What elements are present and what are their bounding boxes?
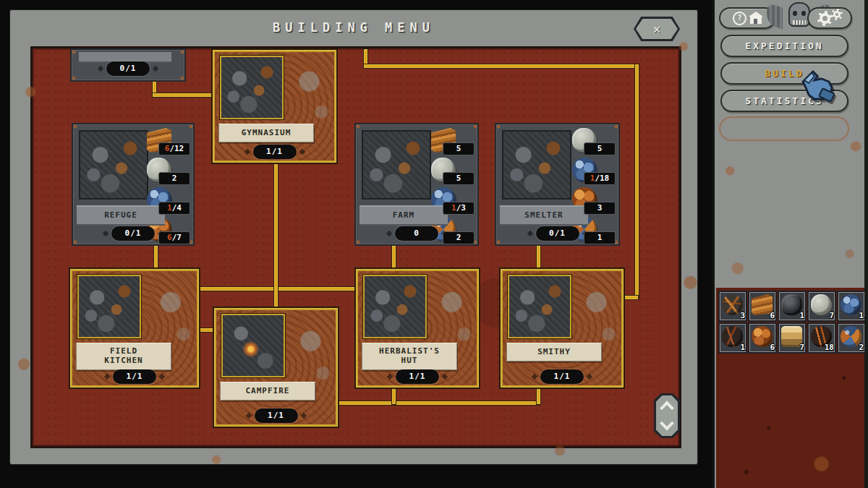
building-card-gymnasium[interactable]: GYMNASIUM 1/1 <box>211 48 338 164</box>
inventory-count: 1 <box>859 311 864 320</box>
inventory-count: 1 <box>799 311 804 320</box>
connection-line <box>536 388 541 405</box>
inventory-count: 3 <box>740 311 745 320</box>
close-icon: ✕ <box>653 22 660 36</box>
game-screen: BUILDING MENU ✕ 0 <box>0 0 868 488</box>
building-card-field-kitchen[interactable]: FIELD KITCHEN 1/1 <box>69 267 200 389</box>
inventory-tile: 7 <box>807 291 836 322</box>
cost-row: 118 <box>571 157 616 187</box>
tab-statistics[interactable]: STATISTICS <box>720 90 848 112</box>
connection-line <box>536 245 541 270</box>
connection-line <box>391 245 396 270</box>
cost-chip: 14 <box>158 202 190 215</box>
connection-line <box>153 245 158 270</box>
settings-button[interactable] <box>807 7 852 29</box>
card-count-badge: 0/1 <box>72 61 184 76</box>
question-icon: ? <box>733 12 746 25</box>
building-card-locked[interactable]: 0/1 <box>70 48 186 82</box>
herbalists-hut-art <box>363 275 427 338</box>
card-name-label: SMELTER <box>500 205 588 226</box>
inventory-tile: 1 <box>718 322 747 354</box>
cost-chip: 5 <box>584 142 616 155</box>
cost-row: 612 <box>145 127 190 157</box>
building-card-campfire[interactable]: CAMPFIRE 1/1 <box>213 307 339 428</box>
connection-line <box>338 401 540 406</box>
tab-label: STATISTICS <box>745 95 823 106</box>
building-card-smelter[interactable]: 5 118 3 1 SMELTER <box>495 123 620 246</box>
field-kitchen-art <box>77 275 141 338</box>
cost-chip: 5 <box>443 142 475 155</box>
inventory-count: 6 <box>770 311 775 320</box>
card-count-badge: 1/1 <box>356 369 479 384</box>
cost-chip: 3 <box>584 202 616 215</box>
card-count-badge: 1/1 <box>213 145 336 159</box>
title-bar: BUILDING MENU <box>10 10 697 45</box>
inventory-tile: 6 <box>748 291 777 322</box>
card-name-label: GYMNASIUM <box>218 124 314 142</box>
inventory-tile: 3 <box>718 291 747 322</box>
building-menu-window: BUILDING MENU ✕ 0 <box>9 9 699 466</box>
cost-row: 5 <box>571 127 616 157</box>
connection-line <box>391 388 396 405</box>
inventory-count: 1 <box>740 343 745 352</box>
connection-line <box>152 93 214 98</box>
building-tree: 0/1 GYMNASIUM 1/1 612 <box>30 46 681 448</box>
campfire-art <box>221 314 285 377</box>
card-count-badge: 1/1 <box>70 369 199 384</box>
cost-chip: 5 <box>443 172 475 185</box>
building-card-smithy[interactable]: SMITHY 1/1 <box>499 267 625 389</box>
inventory-count: 18 <box>825 343 834 352</box>
tab-build[interactable]: BUILD <box>720 62 848 85</box>
card-name-label: CAMPFIRE <box>220 382 315 401</box>
refuge-art <box>79 130 148 200</box>
building-card-herbalists-hut[interactable]: HERBALIST'S HUT 1/1 <box>354 267 480 389</box>
scroll-down-button chevron-down-icon[interactable] <box>660 416 674 431</box>
cost-chip: 2 <box>443 231 475 244</box>
cost-chip: 2 <box>158 172 190 185</box>
scroll-up-button chevron-up-icon[interactable] <box>660 401 674 416</box>
smelter-art <box>502 130 571 200</box>
cost-row: 5 <box>430 127 475 157</box>
card-count-badge: 1/1 <box>214 408 338 423</box>
connection-line <box>363 64 639 69</box>
inventory-count: 6 <box>770 343 775 352</box>
inventory-grid: 3 6 1 7 1 <box>718 291 866 354</box>
empty-tab-slot <box>719 116 849 141</box>
tab-expedition[interactable]: EXPEDITION <box>720 35 848 57</box>
tab-label: EXPEDITION <box>745 40 823 51</box>
sidebar: ? EXPEDITION BUILD STATISTICS <box>712 0 868 488</box>
gear-icon <box>820 13 830 24</box>
gear-icon <box>833 11 841 18</box>
card-name-label: SMITHY <box>506 343 602 361</box>
close-button[interactable]: ✕ <box>634 17 680 41</box>
scroll-control <box>654 393 680 438</box>
card-name-label: HERBALIST'S HUT <box>362 343 457 370</box>
inventory-tile: 18 <box>807 322 836 354</box>
inventory-tile: 1 <box>837 291 866 322</box>
skull-icon <box>790 4 809 25</box>
cost-row: 2 <box>145 157 190 187</box>
inventory-tile: 1 <box>778 291 807 322</box>
cost-row: 5 <box>430 157 475 187</box>
cost-chip: 1 <box>584 231 616 244</box>
building-card-refuge[interactable]: 612 2 14 67 REFUGE <box>72 123 195 246</box>
smithy-art <box>508 275 571 338</box>
building-card-farm[interactable]: 5 5 13 2 FARM <box>354 123 479 246</box>
card-name-label: FIELD KITCHEN <box>76 343 171 370</box>
cost-chip: 118 <box>584 172 616 185</box>
cost-chip: 13 <box>443 202 475 215</box>
gymnasium-art <box>220 56 284 119</box>
card-name-label: FARM <box>359 205 448 226</box>
inventory-tile: 6 <box>748 322 777 354</box>
inventory-count: 2 <box>859 343 864 352</box>
inventory-tile: 7 <box>778 322 807 354</box>
card-name-label: REFUGE <box>77 205 165 226</box>
inventory-tile: 2 <box>837 322 866 354</box>
inventory-count: 7 <box>829 311 834 320</box>
farm-art <box>362 130 431 200</box>
inventory-count: 7 <box>799 343 804 352</box>
cost-chip: 612 <box>158 142 190 155</box>
page-title: BUILDING MENU <box>10 10 697 45</box>
tab-label: BUILD <box>765 68 804 79</box>
connection-line <box>634 64 639 300</box>
